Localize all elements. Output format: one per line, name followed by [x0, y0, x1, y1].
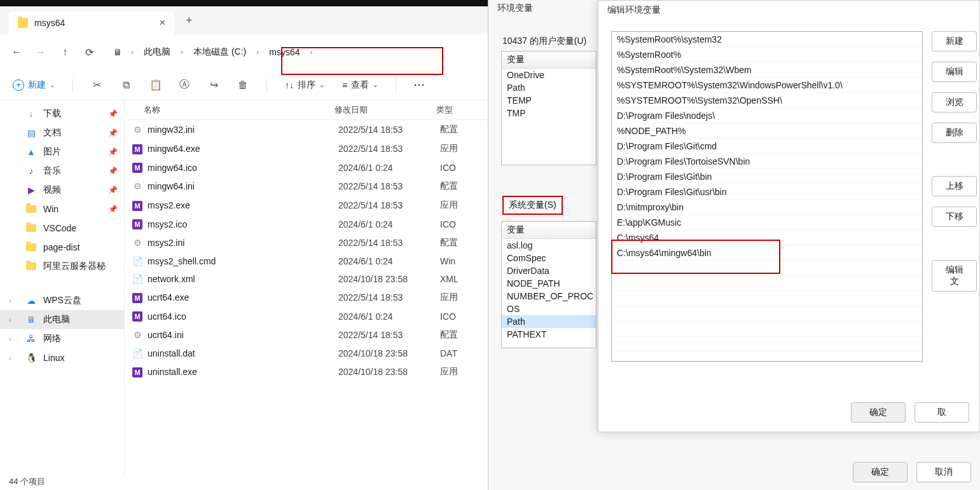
column-headers[interactable]: 名称 修改日期 类型 [125, 100, 488, 120]
sidebar-tree-item[interactable]: ›☁WPS云盘 [0, 291, 124, 310]
sidebar-item[interactable]: page-dist [0, 238, 124, 257]
share-icon[interactable]: ↪ [208, 79, 219, 91]
delete-button[interactable]: 删除 [932, 123, 977, 143]
breadcrumb-segment[interactable]: msys64 [268, 44, 301, 60]
list-item[interactable]: OneDrive [502, 69, 596, 81]
path-item-empty[interactable] [612, 261, 922, 276]
path-item[interactable]: D:\Program Files\Git\usr\bin [612, 184, 922, 200]
list-item[interactable]: DriverData [502, 264, 596, 277]
list-item[interactable]: ComSpec [502, 252, 596, 264]
path-item[interactable]: E:\app\KGMusic [612, 215, 922, 230]
path-item[interactable]: %SYSTEMROOT%\System32\WindowsPowerShell\… [612, 78, 922, 93]
browse-button[interactable]: 浏览 [932, 92, 977, 112]
list-item[interactable]: Path [502, 81, 596, 94]
path-item-empty[interactable] [612, 276, 922, 291]
list-item[interactable]: NODE_PATH [502, 277, 596, 290]
edit-text-button[interactable]: 编辑文 [932, 260, 977, 292]
rename-icon[interactable]: Ⓐ [179, 78, 190, 92]
sidebar-item[interactable]: ♪音乐📌 [0, 161, 124, 180]
col-date[interactable]: 修改日期 [335, 104, 436, 116]
file-row[interactable]: M msys2.exe 2022/5/14 18:53 应用 [125, 196, 488, 215]
back-button[interactable]: ← [10, 46, 23, 58]
move-down-button[interactable]: 下移 [932, 207, 977, 227]
list-item[interactable]: NUMBER_OF_PROC [502, 290, 596, 303]
path-item-empty[interactable] [612, 291, 922, 306]
path-item[interactable]: D:\Program Files\TortoiseSVN\bin [612, 154, 922, 169]
up-button[interactable]: ↑ [59, 46, 71, 58]
file-row[interactable]: 📄 uninstall.dat 2024/10/18 23:58 DAT [125, 344, 488, 362]
paste-icon[interactable]: 📋 [149, 79, 161, 91]
move-up-button[interactable]: 上移 [932, 176, 977, 196]
forward-button[interactable]: → [34, 46, 47, 58]
path-item-empty[interactable] [612, 337, 922, 352]
path-item[interactable]: %SystemRoot%\system32 [612, 32, 922, 47]
path-item[interactable]: D:\Program Files\nodejs\ [612, 108, 922, 123]
breadcrumb-segment[interactable]: 本地磁盘 (C:) [192, 44, 247, 60]
path-item[interactable]: D:\Program Files\Git\bin [612, 169, 922, 184]
path-list[interactable]: %SystemRoot%\system32%SystemRoot%%System… [611, 31, 923, 362]
file-date: 2024/10/18 23:58 [338, 274, 440, 284]
list-item[interactable]: PATHEXT [502, 328, 596, 341]
file-row[interactable]: M mingw64.exe 2022/5/14 18:53 应用 [125, 139, 488, 158]
list-item[interactable]: asl.log [502, 239, 596, 252]
path-item[interactable]: D:\Program Files\Git\cmd [612, 139, 922, 154]
sidebar-item[interactable]: ▶视频📌 [0, 180, 124, 200]
tab-msys64[interactable]: msys64 × [9, 11, 174, 34]
user-vars-list[interactable]: 变量 OneDrivePathTEMPTMP [501, 51, 597, 165]
sidebar-tree-item[interactable]: ›🖥此电脑 [0, 310, 124, 329]
copy-icon[interactable]: ⧉ [120, 79, 132, 91]
sidebar-item[interactable]: 阿里云服务器秘 [0, 257, 124, 276]
list-item[interactable]: TEMP [502, 94, 596, 107]
col-name[interactable]: 名称 [144, 104, 335, 116]
breadcrumb-segment[interactable]: 此电脑 [142, 44, 172, 60]
sidebar-item[interactable]: Win📌 [0, 200, 124, 219]
file-row[interactable]: 📄 network.xml 2024/10/18 23:58 XML [125, 270, 488, 288]
new-button[interactable]: + 新建 ⌄ [13, 79, 55, 91]
file-row[interactable]: M uninstall.exe 2024/10/18 23:58 应用 [125, 362, 488, 381]
more-button[interactable]: ··· [414, 80, 425, 90]
sidebar-item[interactable]: ↓下载📌 [0, 104, 124, 123]
sidebar-tree-item[interactable]: ›🖧网络 [0, 329, 124, 348]
close-icon[interactable]: × [160, 17, 165, 29]
path-item[interactable]: C:\msys64 [612, 230, 922, 245]
list-item[interactable]: Path [502, 315, 596, 328]
new-button[interactable]: 新建 [932, 31, 977, 51]
path-item[interactable]: D:\mitmproxy\bin [612, 200, 922, 215]
sidebar-item[interactable]: VSCode [0, 219, 124, 238]
edit-button[interactable]: 编辑 [932, 62, 977, 82]
path-item-empty[interactable] [612, 322, 922, 337]
file-row[interactable]: M mingw64.ico 2024/6/1 0:24 ICO [125, 158, 488, 177]
delete-icon[interactable]: 🗑 [237, 79, 249, 91]
sidebar-item[interactable]: ▤文档📌 [0, 123, 124, 142]
path-item[interactable]: %SystemRoot% [612, 47, 922, 62]
file-row[interactable]: M ucrt64.exe 2022/5/14 18:53 应用 [125, 288, 488, 307]
col-type[interactable]: 类型 [436, 104, 488, 116]
path-item-empty[interactable] [612, 306, 922, 322]
sidebar-tree-item[interactable]: ›🐧Linux [0, 348, 124, 367]
sidebar-item[interactable]: ▲图片📌 [0, 142, 124, 161]
file-row[interactable]: M ucrt64.ico 2024/6/1 0:24 ICO [125, 307, 488, 325]
sort-button[interactable]: ↑↓ 排序 ⌄ [285, 79, 324, 91]
list-item[interactable]: OS [502, 303, 596, 315]
ok-button[interactable]: 确定 [851, 402, 906, 423]
file-row[interactable]: ⚙ msys2.ini 2022/5/14 18:53 配置 [125, 233, 488, 252]
file-row[interactable]: M msys2.ico 2024/6/1 0:24 ICO [125, 215, 488, 233]
new-tab-button[interactable]: + [186, 14, 193, 27]
file-row[interactable]: 📄 msys2_shell.cmd 2024/6/1 0:24 Win [125, 252, 488, 270]
cut-icon[interactable]: ✂ [91, 79, 102, 91]
cancel-button[interactable]: 取 [914, 402, 969, 423]
path-item[interactable]: %SYSTEMROOT%\System32\OpenSSH\ [612, 93, 922, 108]
file-row[interactable]: ⚙ mingw32.ini 2022/5/14 18:53 配置 [125, 120, 488, 139]
file-row[interactable]: ⚙ mingw64.ini 2022/5/14 18:53 配置 [125, 177, 488, 196]
cancel-button[interactable]: 取消 [916, 462, 971, 482]
path-item[interactable]: %SystemRoot%\System32\Wbem [612, 62, 922, 78]
path-item[interactable]: C:\msys64\mingw64\bin [612, 245, 922, 261]
breadcrumb[interactable]: 🖥 › 此电脑 › 本地磁盘 (C:) › msys64 › [113, 44, 312, 60]
system-vars-list[interactable]: 变量 asl.logComSpecDriverDataNODE_PATHNUMB… [501, 221, 597, 348]
refresh-button[interactable]: ⟳ [83, 46, 95, 58]
ok-button[interactable]: 确定 [853, 462, 908, 482]
path-item[interactable]: %NODE_PATH% [612, 123, 922, 139]
file-row[interactable]: ⚙ ucrt64.ini 2022/5/14 18:53 配置 [125, 325, 488, 344]
list-item[interactable]: TMP [502, 107, 596, 119]
view-button[interactable]: ≡ 查看 ⌄ [342, 79, 378, 91]
